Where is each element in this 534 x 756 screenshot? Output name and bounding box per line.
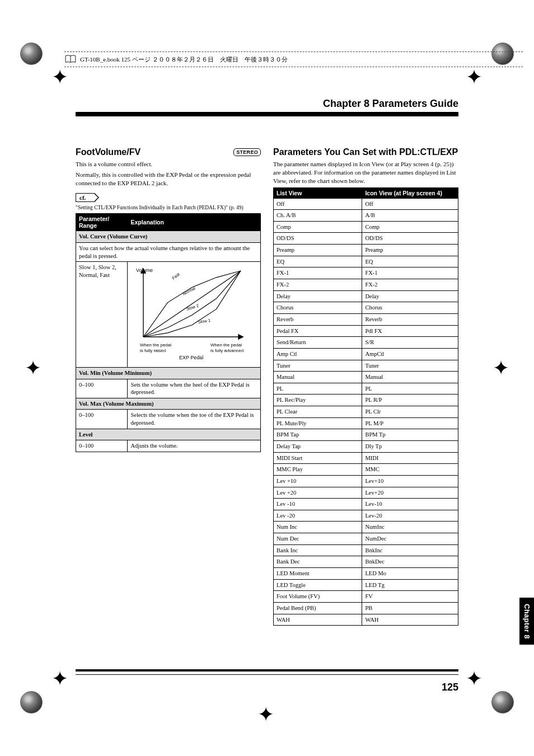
vol-min-range: 0–100	[76, 379, 128, 398]
table-row: WAHWAH	[274, 614, 458, 626]
table-row: ChorusChorus	[274, 302, 458, 314]
table-row: EQEQ	[274, 256, 458, 267]
table-row: BPM TapBPM Tp	[274, 429, 458, 441]
chapter-title-rule: Chapter 8 Parameters Guide	[76, 98, 458, 116]
fv-intro: This is a volume control effect.	[76, 160, 261, 168]
right-column: Parameters You Can Set with PDL:CTL/EXP …	[273, 147, 458, 626]
table-row: PL ClearPL Clr	[274, 406, 458, 418]
stereo-badge: STEREO	[233, 148, 261, 156]
table-row: MMC PlayMMC	[274, 464, 458, 476]
table-row: Num IncNumInc	[274, 522, 458, 533]
print-reg-diamond-bc: ✦	[257, 705, 274, 725]
page-number: 125	[442, 682, 458, 693]
footvolume-heading: FootVolume/FV	[76, 147, 140, 157]
table-row: Num DecNumDec	[274, 533, 458, 545]
chart-xright2: is fully advanced	[210, 348, 243, 353]
level-range: 0–100	[76, 440, 128, 452]
table-row: Send/ReturnS/R	[274, 337, 458, 349]
print-reg-diamond-ml: ✦	[25, 358, 41, 378]
vol-max-title: Vol. Max (Volume Maximum)	[76, 398, 261, 410]
cf-callout: cf.	[76, 193, 95, 202]
chart-xright1: When the pedal	[210, 342, 242, 348]
level-expl: Adjusts the volume.	[128, 440, 261, 452]
table-row: Amp CtlAmpCtl	[274, 348, 458, 360]
chapter-side-tab: Chapter 8	[519, 598, 534, 645]
book-header-strip: GT-10B_e.book 125 ページ ２００８年２月２６日 火曜日 午後３…	[64, 51, 523, 67]
table-row: Delay TapDly Tp	[274, 440, 458, 452]
print-reg-diamond-bl: ✦	[51, 669, 68, 689]
table-row: DelayDelay	[274, 290, 458, 302]
footer-rules	[76, 669, 458, 675]
chapter-title: Chapter 8 Parameters Guide	[323, 98, 458, 109]
cf-ref-text: "Setting CTL/EXP Functions Individually …	[76, 204, 261, 212]
param-map-table: List View Icon View (at Play screen 4) O…	[273, 187, 458, 626]
table-row: ManualManual	[274, 372, 458, 383]
table-row: PLPL	[274, 383, 458, 395]
print-reg-circle-tl	[20, 43, 43, 65]
print-reg-diamond-br: ✦	[466, 669, 483, 689]
vol-max-range: 0–100	[76, 410, 128, 429]
chart-xlabel: EXP Pedal	[179, 355, 203, 360]
fv-body: Normally, this is controlled with the EX…	[76, 171, 261, 187]
vol-max-expl: Selects the volume when the toe of the E…	[128, 410, 261, 429]
pdl-intro: The parameter names displayed in Icon Vi…	[273, 160, 458, 185]
print-reg-diamond-tr: ✦	[466, 67, 483, 87]
table-row: ReverbReverb	[274, 313, 458, 325]
table-row: PL Mute/PlyPL M/P	[274, 417, 458, 429]
vol-min-expl: Sets the volume when the heel of the EXP…	[128, 379, 261, 398]
table-row: Bank IncBnkInc	[274, 544, 458, 556]
map-col1: List View	[277, 190, 302, 196]
table-row: FX-1FX-1	[274, 267, 458, 279]
table-row: Pedal FXPdl FX	[274, 325, 458, 337]
footvolume-heading-row: FootVolume/FV STEREO	[76, 147, 261, 157]
map-col2: Icon View (at Play screen 4)	[365, 190, 442, 196]
vol-curve-range: Slow 1, Slow 2, Normal, Fast	[76, 262, 128, 368]
table-row: Lev +10Lev+10	[274, 475, 458, 487]
table-row: Pedal Bend (PB)PB	[274, 602, 458, 614]
svg-marker-4	[238, 335, 243, 339]
print-reg-circle-br	[491, 691, 514, 713]
param-col-head-1: Parameter/ Range	[79, 215, 109, 229]
header-strip-text: GT-10B_e.book 125 ページ ２００８年２月２６日 火曜日 午後３…	[80, 55, 288, 64]
print-reg-diamond-mr: ✦	[493, 358, 509, 378]
chart-xleft2: is fully raised	[140, 348, 166, 353]
table-row: Foot Volume (FV)FV	[274, 591, 458, 603]
table-row: Lev -20Lev-20	[274, 510, 458, 522]
print-reg-circle-bl	[20, 691, 43, 713]
table-row: PL Rec/PlayPL R/P	[274, 395, 458, 406]
table-row: PreampPreamp	[274, 245, 458, 256]
table-row: FX-2FX-2	[274, 279, 458, 291]
svg-text:Normal: Normal	[182, 286, 196, 297]
chart-ylabel: Volume	[136, 267, 153, 273]
print-reg-diamond-tl: ✦	[51, 67, 68, 87]
svg-text:Fast: Fast	[171, 271, 181, 281]
table-row: LED ToggleLED Tg	[274, 579, 458, 591]
table-row: CompComp	[274, 221, 458, 233]
param-col-head-2: Explanation	[130, 219, 164, 226]
vol-curve-note: You can select how the actual volume cha…	[76, 242, 261, 261]
table-row: OD/DSOD/DS	[274, 233, 458, 245]
parameter-table: Parameter/ Range Explanation Vol. Curve …	[76, 213, 261, 452]
table-row: TunerTuner	[274, 360, 458, 372]
pdl-heading: Parameters You Can Set with PDL:CTL/EXP	[273, 147, 458, 157]
table-row: Lev -10Lev-10	[274, 499, 458, 510]
book-icon	[64, 55, 77, 64]
table-row: Bank DecBnkDec	[274, 556, 458, 568]
table-row: MIDI StartMIDI	[274, 452, 458, 464]
table-row: Ch. A/BA/B	[274, 210, 458, 222]
vol-curve-chart: FastNormalSlow 2Slow 1 Volume When the p…	[133, 266, 251, 361]
level-title: Level	[76, 429, 261, 440]
table-row: LED MomentLED Mo	[274, 568, 458, 580]
left-column: FootVolume/FV STEREO This is a volume co…	[76, 147, 261, 626]
vol-curve-title: Vol. Curve (Volume Curve)	[76, 231, 261, 243]
svg-text:Slow 1: Slow 1	[198, 318, 211, 325]
svg-text:Slow 2: Slow 2	[186, 303, 199, 312]
chart-xleft1: When the pedal	[140, 342, 171, 348]
table-row: OffOff	[274, 198, 458, 210]
vol-min-title: Vol. Min (Volume Minimum)	[76, 367, 261, 379]
table-row: Lev +20Lev+20	[274, 487, 458, 499]
vol-curve-chart-cell: FastNormalSlow 2Slow 1 Volume When the p…	[128, 262, 261, 368]
